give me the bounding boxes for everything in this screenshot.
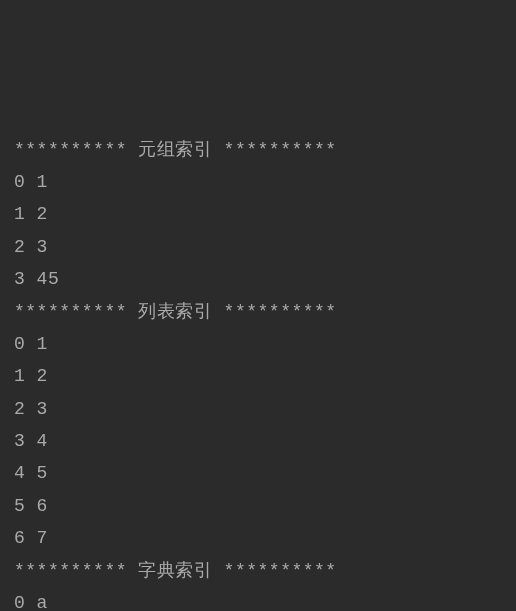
section-header: ********** 字典索引 **********	[14, 555, 502, 587]
output-row: 6 7	[14, 522, 502, 554]
output-row: 0 a	[14, 587, 502, 611]
output-row: 2 3	[14, 393, 502, 425]
output-row: 5 6	[14, 490, 502, 522]
output-row: 0 1	[14, 328, 502, 360]
console-output: ********** 元组索引 **********0 11 22 33 45*…	[14, 134, 502, 611]
output-row: 1 2	[14, 198, 502, 230]
output-row: 3 45	[14, 263, 502, 295]
output-row: 0 1	[14, 166, 502, 198]
section-header: ********** 列表索引 **********	[14, 296, 502, 328]
section-header: ********** 元组索引 **********	[14, 134, 502, 166]
output-row: 4 5	[14, 457, 502, 489]
output-row: 3 4	[14, 425, 502, 457]
output-row: 2 3	[14, 231, 502, 263]
output-row: 1 2	[14, 360, 502, 392]
